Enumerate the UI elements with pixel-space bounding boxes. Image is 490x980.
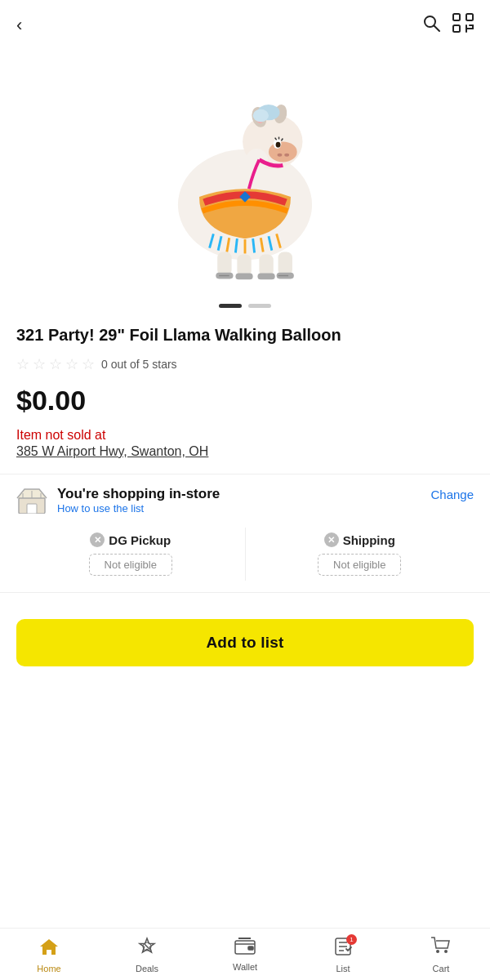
product-image	[139, 59, 351, 287]
not-sold-section: Item not sold at 385 W Airport Hwy, Swan…	[16, 428, 474, 459]
pickup-badge: Not eligible	[89, 554, 172, 576]
nav-home[interactable]: Home	[24, 937, 74, 973]
add-to-list-button[interactable]: Add to list	[16, 619, 474, 666]
add-to-list-container: Add to list	[0, 604, 490, 675]
search-icon[interactable]	[421, 13, 441, 38]
barcode-scan-icon[interactable]	[452, 13, 474, 38]
wallet-icon	[234, 937, 256, 960]
product-price: $0.00	[16, 385, 474, 416]
dot-1[interactable]	[219, 304, 242, 308]
product-info-section: 321 Party! 29" Foil Llama Walking Balloo…	[0, 324, 490, 459]
image-dots-indicator	[0, 304, 490, 308]
svg-rect-35	[237, 254, 251, 276]
deals-label: Deals	[136, 964, 158, 973]
svg-point-55	[436, 950, 439, 953]
svg-line-1	[434, 26, 440, 32]
pickup-label-row: ✕ DG Pickup	[90, 532, 171, 547]
svg-point-56	[444, 950, 448, 953]
wallet-label: Wallet	[233, 962, 257, 972]
shopping-mode-section: You're shopping in-store How to use the …	[0, 486, 490, 514]
product-title: 321 Party! 29" Foil Llama Walking Balloo…	[16, 324, 474, 345]
nav-list[interactable]: 1 List	[318, 937, 368, 973]
list-icon: 1	[333, 937, 353, 961]
svg-rect-34	[217, 252, 231, 276]
shipping-label-row: ✕ Shipping	[324, 532, 395, 547]
star-4[interactable]: ☆	[65, 355, 78, 373]
svg-point-22	[278, 154, 283, 157]
svg-rect-45	[27, 504, 37, 514]
svg-rect-37	[278, 252, 292, 276]
top-navigation: ‹	[0, 0, 490, 51]
store-icon	[16, 488, 47, 514]
pickup-x-icon: ✕	[90, 532, 105, 547]
svg-rect-53	[248, 947, 253, 950]
svg-line-51	[145, 944, 149, 949]
dg-pickup-option: ✕ DG Pickup Not eligible	[16, 528, 246, 581]
home-icon	[38, 937, 60, 961]
product-image-area	[0, 51, 490, 304]
shipping-x-icon: ✕	[324, 532, 339, 547]
divider-2	[0, 592, 490, 593]
svg-rect-3	[466, 14, 473, 20]
svg-point-18	[276, 142, 281, 148]
deals-icon	[137, 937, 157, 961]
how-to-link[interactable]: How to use the list	[57, 502, 421, 514]
svg-point-23	[284, 154, 289, 157]
store-address-link[interactable]: 385 W Airport Hwy, Swanton, OH	[16, 444, 474, 459]
shipping-option: ✕ Shipping Not eligible	[246, 528, 474, 581]
change-button[interactable]: Change	[430, 486, 474, 501]
rating-row: ☆ ☆ ☆ ☆ ☆ 0 out of 5 stars	[16, 355, 474, 373]
shopping-mode-text: You're shopping in-store How to use the …	[57, 486, 421, 514]
cart-label: Cart	[433, 964, 450, 973]
back-button[interactable]: ‹	[16, 15, 22, 36]
list-label: List	[336, 964, 350, 973]
nav-deals[interactable]: Deals	[122, 937, 172, 973]
svg-rect-39	[235, 274, 252, 280]
fulfillment-options: ✕ DG Pickup Not eligible ✕ Shipping Not …	[0, 528, 490, 581]
nav-cart[interactable]: Cart	[416, 937, 466, 973]
svg-line-28	[235, 238, 237, 252]
svg-rect-2	[453, 14, 460, 20]
star-5[interactable]: ☆	[82, 355, 95, 373]
star-1[interactable]: ☆	[16, 355, 29, 373]
home-label: Home	[37, 964, 60, 973]
svg-point-11	[269, 141, 297, 162]
cart-icon	[430, 937, 452, 961]
bottom-navigation: Home Deals Wallet	[0, 928, 490, 980]
rating-text: 0 out of 5 stars	[101, 358, 177, 371]
star-3[interactable]: ☆	[49, 355, 62, 373]
pickup-name: DG Pickup	[109, 533, 171, 547]
shipping-badge: Not eligible	[318, 554, 401, 576]
svg-rect-40	[257, 274, 274, 280]
svg-rect-4	[453, 25, 460, 32]
list-badge: 1	[346, 934, 357, 945]
nav-wallet[interactable]: Wallet	[220, 937, 270, 973]
star-2[interactable]: ☆	[33, 355, 46, 373]
shopping-mode-title: You're shopping in-store	[57, 486, 421, 502]
not-sold-label: Item not sold at	[16, 428, 474, 443]
svg-point-16	[253, 109, 269, 122]
dot-2[interactable]	[248, 304, 271, 308]
svg-rect-36	[259, 254, 273, 276]
svg-line-30	[253, 238, 255, 252]
shipping-name: Shipping	[343, 533, 395, 547]
divider-1	[0, 474, 490, 474]
